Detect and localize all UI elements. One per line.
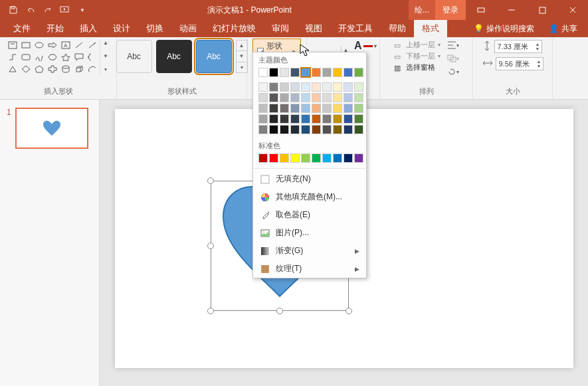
color-swatch[interactable] xyxy=(290,93,300,102)
color-swatch[interactable] xyxy=(343,114,353,124)
tab-developer[interactable]: 开发工具 xyxy=(330,20,381,37)
color-swatch[interactable] xyxy=(280,82,289,92)
color-swatch[interactable] xyxy=(322,153,332,163)
color-swatch[interactable] xyxy=(280,68,289,77)
color-swatch[interactable] xyxy=(290,104,300,113)
drawing-tools-tab[interactable]: 绘... xyxy=(409,0,435,20)
eyedropper-item[interactable]: 取色器(E) xyxy=(253,206,366,224)
color-swatch[interactable] xyxy=(322,68,332,77)
color-swatch[interactable] xyxy=(333,114,342,124)
color-swatch[interactable] xyxy=(343,82,353,92)
color-swatch[interactable] xyxy=(354,68,363,77)
tab-home[interactable]: 开始 xyxy=(39,20,72,37)
color-swatch[interactable] xyxy=(301,68,310,77)
color-swatch[interactable] xyxy=(312,125,321,134)
color-swatch[interactable] xyxy=(333,93,342,102)
shapes-gallery[interactable]: A xyxy=(7,40,98,74)
shapes-gallery-more[interactable]: ▲▼▾ xyxy=(100,40,110,74)
color-swatch[interactable] xyxy=(258,153,268,163)
connector-icon[interactable] xyxy=(7,52,19,62)
resize-handle-se[interactable] xyxy=(345,308,352,314)
color-swatch[interactable] xyxy=(269,82,278,92)
color-swatch[interactable] xyxy=(280,153,289,163)
color-swatch[interactable] xyxy=(269,125,278,134)
tab-file[interactable]: 文件 xyxy=(5,20,39,37)
color-swatch[interactable] xyxy=(322,114,332,124)
color-swatch[interactable] xyxy=(312,93,321,102)
cube-icon[interactable] xyxy=(73,64,85,74)
color-swatch[interactable] xyxy=(322,104,332,113)
more-colors-item[interactable]: 其他填充颜色(M)... xyxy=(253,188,366,206)
selection-pane-button[interactable]: ▥选择窗格 xyxy=(394,62,441,72)
rotate-button[interactable]: ▾ xyxy=(447,66,459,77)
tell-me-search[interactable]: 💡操作说明搜索 xyxy=(468,23,539,35)
tab-transitions[interactable]: 切换 xyxy=(138,20,171,37)
color-swatch[interactable] xyxy=(343,93,353,102)
maximize-button[interactable] xyxy=(527,0,557,20)
tab-slideshow[interactable]: 幻灯片放映 xyxy=(205,20,264,37)
color-swatch[interactable] xyxy=(312,82,321,92)
style-preset-1[interactable]: Abc xyxy=(116,40,152,73)
pentagon-icon[interactable] xyxy=(33,64,45,74)
brace-icon[interactable] xyxy=(86,52,98,62)
qat-more-icon[interactable]: ▼ xyxy=(74,2,90,18)
height-input[interactable]: 7.33 厘米▲▼ xyxy=(494,40,542,53)
color-swatch[interactable] xyxy=(280,104,289,113)
slide-thumbnail-1[interactable] xyxy=(15,108,88,149)
group-button[interactable]: ▾ xyxy=(447,53,459,64)
color-swatch[interactable] xyxy=(258,68,268,77)
minimize-button[interactable] xyxy=(496,0,527,20)
gradient-fill-item[interactable]: 渐变(G)▶ xyxy=(253,242,366,260)
tab-help[interactable]: 帮助 xyxy=(381,20,414,37)
color-swatch[interactable] xyxy=(269,104,278,113)
color-swatch[interactable] xyxy=(280,93,289,102)
color-swatch[interactable] xyxy=(301,104,310,113)
color-swatch[interactable] xyxy=(312,114,321,124)
align-button[interactable]: ▾ xyxy=(447,40,459,50)
color-swatch[interactable] xyxy=(258,114,268,124)
color-swatch[interactable] xyxy=(312,153,321,163)
color-swatch[interactable] xyxy=(322,82,332,92)
color-swatch[interactable] xyxy=(354,125,363,134)
ellipse-icon[interactable] xyxy=(33,40,45,50)
color-swatch[interactable] xyxy=(333,125,342,134)
color-swatch[interactable] xyxy=(280,125,289,134)
color-swatch[interactable] xyxy=(301,114,310,124)
rounded-rect-icon[interactable] xyxy=(20,52,32,62)
style-gallery[interactable]: Abc Abc Abc ▲▼▾ xyxy=(116,40,248,73)
share-button[interactable]: 👤共享 xyxy=(543,23,583,35)
color-swatch[interactable] xyxy=(258,82,268,92)
tab-review[interactable]: 审阅 xyxy=(264,20,297,37)
color-swatch[interactable] xyxy=(354,153,363,163)
color-swatch[interactable] xyxy=(333,68,342,77)
cross-icon[interactable] xyxy=(47,64,58,74)
color-swatch[interactable] xyxy=(333,104,342,113)
color-swatch[interactable] xyxy=(290,125,300,134)
color-swatch[interactable] xyxy=(312,68,321,77)
line-arrow-icon[interactable] xyxy=(86,40,98,50)
resize-handle-nw[interactable] xyxy=(207,177,214,184)
color-swatch[interactable] xyxy=(343,125,353,134)
tab-design[interactable]: 设计 xyxy=(105,20,138,37)
ribbon-options-icon[interactable] xyxy=(466,0,496,20)
color-swatch[interactable] xyxy=(290,68,300,77)
no-fill-item[interactable]: 无填充(N) xyxy=(253,170,366,188)
arc-icon[interactable] xyxy=(86,64,98,74)
color-swatch[interactable] xyxy=(354,82,363,92)
rectangle-icon[interactable] xyxy=(20,40,32,50)
login-button[interactable]: 登录 xyxy=(435,0,466,20)
texture-fill-item[interactable]: 纹理(T)▶ xyxy=(253,260,366,278)
tab-format[interactable]: 格式 xyxy=(414,20,447,37)
picture-fill-item[interactable]: 图片(P)... xyxy=(253,224,366,242)
color-swatch[interactable] xyxy=(322,93,332,102)
style-preset-3[interactable]: Abc xyxy=(196,40,232,73)
close-button[interactable] xyxy=(557,0,588,20)
color-swatch[interactable] xyxy=(258,125,268,134)
start-from-beginning-icon[interactable] xyxy=(57,2,73,18)
undo-icon[interactable] xyxy=(23,2,39,18)
color-swatch[interactable] xyxy=(354,104,363,113)
color-swatch[interactable] xyxy=(354,114,363,124)
color-swatch[interactable] xyxy=(290,153,300,163)
tab-animations[interactable]: 动画 xyxy=(171,20,205,37)
color-swatch[interactable] xyxy=(343,153,353,163)
